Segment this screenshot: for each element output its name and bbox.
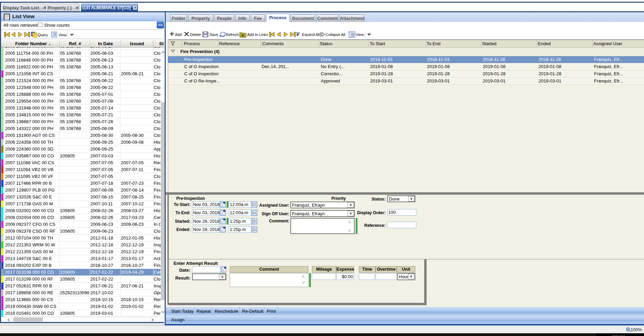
svg-text:?: ? xyxy=(34,33,36,37)
